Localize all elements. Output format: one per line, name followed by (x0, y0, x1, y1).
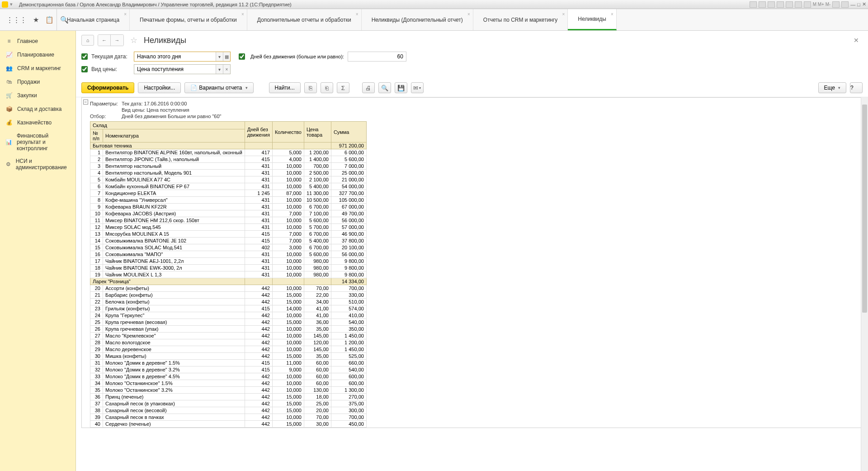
current-date-checkbox[interactable] (81, 53, 88, 60)
table-row[interactable]: 31Молоко "Домик в деревне" 1.5%41511,000… (90, 360, 367, 366)
help-button[interactable]: ? (850, 82, 863, 93)
sidebar-item[interactable]: 📦Склад и доставка (0, 102, 75, 116)
clipboard-icon[interactable]: 📋 (45, 16, 54, 24)
days-checkbox[interactable] (239, 53, 245, 60)
titlebar-btn[interactable] (777, 1, 784, 8)
table-row[interactable]: 28Масло вологодское44210,000120,001 200,… (90, 339, 367, 346)
table-row[interactable]: 34Молоко "Останкинское" 1.5%44210,00060,… (90, 380, 367, 387)
tab[interactable]: Начальная страница× (57, 9, 130, 30)
titlebar-btn[interactable] (750, 1, 757, 8)
titlebar-btn[interactable] (786, 1, 793, 8)
calendar-icon[interactable]: ▦ (223, 52, 230, 61)
table-row[interactable]: 14Соковыжималка BINATONE JE 1024157,0005… (90, 238, 367, 244)
vertical-scrollbar[interactable] (861, 97, 868, 471)
current-date-combo[interactable]: ▾ ▦ (134, 52, 231, 62)
table-row[interactable]: 33Молоко "Домик в деревне" 4.5%44210,000… (90, 373, 367, 380)
close-page-button[interactable]: ✕ (854, 37, 859, 44)
table-row[interactable]: 21Барбарис (конфеты)44215,00022,00330,00 (90, 292, 367, 299)
table-row[interactable]: 27Масло "Кремлевское"44210,000145,001 45… (90, 333, 367, 339)
sidebar-item[interactable]: 🛒Закупки (0, 89, 75, 102)
table-row[interactable]: 2Вентилятор JIPONIC (Тайв.), напольный41… (90, 156, 367, 163)
app-menu-dropdown[interactable]: ▾ (10, 1, 16, 8)
maximize-button[interactable]: □ (857, 2, 860, 7)
price-type-combo[interactable]: ▾ × (134, 64, 231, 74)
sum-button[interactable]: Σ (337, 82, 349, 93)
titlebar-btn[interactable] (804, 1, 811, 8)
table-row[interactable]: 10Кофеварка JACOBS (Австрия)4317,0007 10… (90, 210, 367, 217)
price-type-input[interactable] (134, 65, 216, 74)
table-row[interactable]: 20Ассорти (конфеты)44210,00070,00700,00 (90, 285, 367, 292)
find-button[interactable]: Найти... (269, 82, 301, 93)
apps-icon[interactable]: ⋮⋮⋮ (6, 16, 27, 24)
table-row[interactable]: 16Соковыжималка "МАПО"43110,0005 600,005… (90, 251, 367, 258)
table-row[interactable]: 15Соковыжималка SOLAC Мод.5414023,0006 7… (90, 244, 367, 251)
sidebar-item[interactable]: 📈Планирование (0, 48, 75, 62)
table-row[interactable]: 40Сердечко (печенье)44215,00030,00450,00 (90, 421, 367, 428)
home-button[interactable]: ⌂ (81, 35, 94, 46)
group-row[interactable]: Бытовая техника971 200,00 (90, 143, 367, 149)
variants-button[interactable]: 📄 Варианты отчета▾ (184, 82, 253, 93)
sidebar-item[interactable]: 👥CRM и маркетинг (0, 62, 75, 75)
email-button[interactable]: ✉▾ (411, 82, 424, 93)
table-row[interactable]: 39Сахарный песок в пачках44210,00070,007… (90, 414, 367, 421)
tab-close-icon[interactable]: × (611, 12, 613, 17)
preview-button[interactable]: 🔍 (378, 82, 391, 93)
table-row[interactable]: 22Белочка (конфеты)44215,00034,00510,00 (90, 299, 367, 305)
table-row[interactable]: 8Кофе-машина "Универсал"43110,00010 500,… (90, 197, 367, 204)
more-button[interactable]: Еще▾ (818, 82, 846, 93)
settings-button[interactable]: Настройки... (138, 82, 181, 93)
expand-button[interactable]: ⎘ (304, 82, 317, 93)
clear-icon[interactable]: × (223, 65, 230, 74)
price-type-checkbox[interactable] (81, 66, 88, 72)
generate-button[interactable]: Сформировать (81, 82, 134, 93)
dropdown-icon[interactable]: ▾ (216, 52, 223, 61)
favorite-toggle[interactable]: ☆ (130, 35, 137, 45)
tab-close-icon[interactable]: × (356, 12, 359, 17)
tab[interactable]: Дополнительные отчеты и обработки× (247, 9, 362, 30)
tab[interactable]: Неликвиды× (568, 9, 617, 30)
tab[interactable]: Отчеты по CRM и маркетингу× (473, 9, 568, 30)
collapse-toggle[interactable]: − (83, 100, 88, 105)
titlebar-btn[interactable] (795, 1, 802, 8)
sidebar-item[interactable]: 📊Финансовый результат и контроллинг (0, 129, 75, 155)
table-row[interactable]: 25Крупа гречневая (весовая)44215,00036,0… (90, 319, 367, 326)
table-row[interactable]: 13Мясорубка MOULINEX A 154157,0006 700,0… (90, 231, 367, 238)
table-row[interactable]: 32Молоко "Домик в деревне" 3.2%4159,0006… (90, 366, 367, 373)
collapse-button[interactable]: ⎗ (321, 82, 333, 93)
table-row[interactable]: 30Мишка (конфеты)44215,00035,00525,00 (90, 353, 367, 360)
group-row[interactable]: Ларек "Розница"14 334,00 (90, 278, 367, 285)
table-row[interactable]: 12Миксер SOLAC мод.54543110,0005 700,005… (90, 224, 367, 231)
table-row[interactable]: 23Грильяж (конфеты)41514,00041,00574,00 (90, 305, 367, 312)
tab-close-icon[interactable]: × (467, 12, 470, 17)
tab[interactable]: Печатные формы, отчеты и обработки× (130, 9, 247, 30)
table-row[interactable]: 6Комбайн кухонный BINATONE FP 6743110,00… (90, 183, 367, 190)
tab-close-icon[interactable]: × (124, 12, 127, 17)
table-row[interactable]: 5Комбайн MOULINEX A77 4C43110,0002 100,0… (90, 176, 367, 183)
sidebar-item[interactable]: ≡Главное (0, 34, 75, 48)
sidebar-item[interactable]: 🛍Продажи (0, 75, 75, 89)
tab-close-icon[interactable]: × (241, 12, 244, 17)
tab[interactable]: Неликвиды (Дополнительный отчет)× (362, 9, 473, 30)
dropdown-icon[interactable]: ▾ (216, 65, 223, 74)
table-row[interactable]: 18Чайник BINATONE EWK-3000, 2л43110,0009… (90, 265, 367, 271)
close-button[interactable]: ✕ (862, 1, 866, 7)
back-button[interactable]: ← (98, 35, 111, 46)
print-button[interactable]: 🖨 (362, 82, 375, 93)
table-row[interactable]: 36Принц (печенье)44215,00018,00270,00 (90, 394, 367, 400)
favorites-icon[interactable]: ★ (33, 16, 39, 24)
table-row[interactable]: 3Вентилятор настольный43110,000700,007 0… (90, 163, 367, 170)
table-row[interactable]: 19Чайник MOULINEX L 1,343110,000980,009 … (90, 271, 367, 278)
minimize-button[interactable]: — (850, 2, 855, 7)
save-button[interactable]: 💾 (395, 82, 407, 93)
forward-button[interactable]: → (111, 35, 123, 46)
days-input[interactable] (348, 52, 406, 62)
current-date-input[interactable] (134, 52, 216, 61)
table-row[interactable]: 9Кофеварка BRAUN KF22R43110,0006 700,006… (90, 204, 367, 210)
table-row[interactable]: 11Миксер BINATONE HM 212,6 скор. 150вт43… (90, 217, 367, 224)
table-row[interactable]: 4Вентилятор настольный, Модель 90143110,… (90, 170, 367, 176)
table-row[interactable]: 17Чайник BINATONE AEJ-1001, 2,2л43110,00… (90, 258, 367, 265)
table-row[interactable]: 24Крупа "Геркулес"44210,00041,00410,00 (90, 312, 367, 319)
sidebar-item[interactable]: 💰Казначейство (0, 116, 75, 129)
table-row[interactable]: 35Молоко "Останкинское" 3.2%44210,000130… (90, 387, 367, 394)
titlebar-btn[interactable] (759, 1, 766, 8)
